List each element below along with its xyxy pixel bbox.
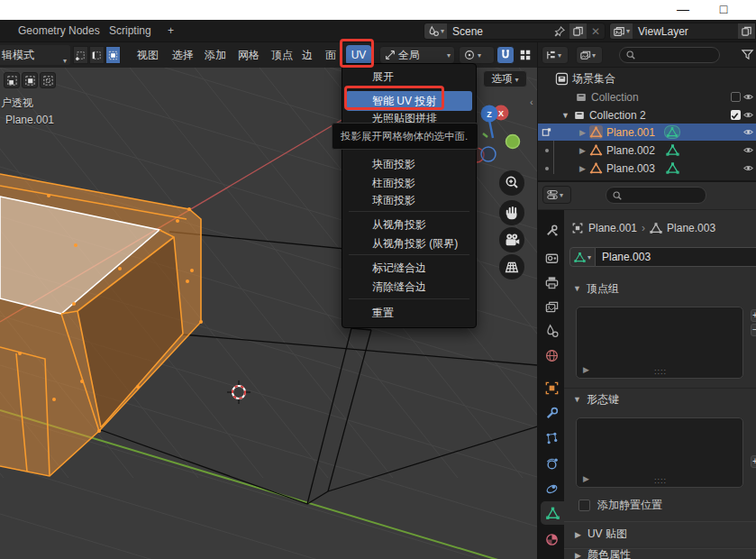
- scene-selector[interactable]: ▾ Scene ✕: [424, 23, 606, 40]
- snap-toggle-button[interactable]: [496, 46, 515, 64]
- pan-button[interactable]: [499, 200, 524, 225]
- viewlayer-name[interactable]: ViewLayer: [633, 25, 738, 38]
- viewlayer-icon-dropdown[interactable]: ▾: [610, 23, 633, 39]
- outliner-filter-dropdown[interactable]: ▾: [576, 46, 603, 64]
- menu-select[interactable]: 选择: [168, 42, 198, 68]
- menu-item-project-from-view[interactable]: 从视角投影: [342, 215, 476, 234]
- color-attributes-panel-header[interactable]: ▶ 颜色属性: [564, 548, 756, 559]
- outliner-display-mode-dropdown[interactable]: ▾: [542, 46, 569, 64]
- select-new-button[interactable]: [4, 72, 20, 88]
- tab-output[interactable]: [540, 270, 564, 294]
- zoom-button[interactable]: [499, 170, 524, 196]
- maximize-button[interactable]: □: [715, 2, 733, 16]
- transform-orientation-dropdown[interactable]: 全局 ▾: [379, 46, 455, 64]
- menu-face[interactable]: 面: [321, 42, 341, 68]
- tab-object[interactable]: [540, 376, 564, 399]
- shape-keys-panel-header[interactable]: ▼ 形态键: [564, 390, 756, 408]
- tab-tool[interactable]: [540, 218, 564, 242]
- menu-item-clear-seam[interactable]: 清除缝合边: [342, 278, 476, 297]
- mesh-data-icon[interactable]: [666, 143, 679, 157]
- add-shape-key-button[interactable]: +: [751, 455, 756, 468]
- tab-object-data[interactable]: [541, 501, 564, 525]
- outliner-search-input[interactable]: [619, 47, 720, 63]
- vertex-select-button[interactable]: [73, 46, 88, 64]
- toggle-grid-button[interactable]: [499, 254, 524, 280]
- pivot-point-dropdown[interactable]: ▾: [459, 46, 495, 64]
- eye-icon[interactable]: [742, 144, 754, 156]
- sidebar-collapse-arrow[interactable]: ‹: [530, 96, 533, 107]
- outliner-row-collection-2[interactable]: ▼ Collection 2: [538, 106, 756, 124]
- breadcrumb-data[interactable]: Plane.003: [667, 222, 715, 234]
- tab-material[interactable]: [540, 527, 564, 551]
- menu-uv[interactable]: UV: [346, 45, 371, 65]
- datablock-name-field[interactable]: Plane.003: [596, 247, 756, 267]
- eye-icon[interactable]: [742, 162, 754, 174]
- remove-vertex-group-button[interactable]: −: [751, 324, 756, 336]
- properties-search-input[interactable]: [606, 187, 706, 204]
- proportional-editing-button[interactable]: [516, 46, 534, 64]
- menu-item-cylinder-projection[interactable]: 柱面投影: [342, 174, 476, 193]
- face-select-button[interactable]: [105, 46, 121, 64]
- tab-world[interactable]: [540, 344, 564, 367]
- options-button[interactable]: 选项 ▾: [483, 70, 527, 87]
- tab-scene[interactable]: [540, 319, 564, 343]
- menu-item-reset[interactable]: 重置: [342, 304, 476, 323]
- vertex-groups-panel-header[interactable]: ▼ 顶点组: [564, 280, 756, 298]
- outliner-row-plane-003[interactable]: ▶ Plane.003: [538, 160, 756, 177]
- eye-icon[interactable]: [742, 126, 754, 138]
- expander-open-icon[interactable]: ▼: [561, 111, 569, 120]
- menu-item-smart-uv-project[interactable]: 智能 UV 投射: [342, 91, 476, 111]
- tab-view-layer[interactable]: [540, 295, 564, 318]
- expander-closed-icon[interactable]: ▶: [583, 365, 589, 374]
- add-vertex-group-button[interactable]: +: [751, 309, 756, 322]
- vertex-groups-list[interactable]: ▶ ::::: [576, 307, 743, 379]
- camera-view-button[interactable]: [499, 227, 524, 252]
- new-workspace-button[interactable]: +: [162, 20, 179, 42]
- outliner-row-scene-collection[interactable]: 场景集合: [538, 70, 756, 87]
- shape-keys-list[interactable]: ▶ ::::: [576, 417, 743, 488]
- mesh-data-icon[interactable]: [666, 161, 679, 175]
- mesh-data-icon[interactable]: [664, 125, 680, 139]
- tab-particles[interactable]: [540, 426, 564, 450]
- pin-icon[interactable]: [554, 25, 566, 37]
- tab-geometry-nodes[interactable]: Geometry Nodes: [13, 20, 105, 42]
- uv-maps-panel-header[interactable]: ▶ UV 贴图: [564, 521, 756, 546]
- tab-physics[interactable]: [540, 452, 564, 475]
- expander-closed-icon[interactable]: ▶: [583, 474, 589, 483]
- menu-add[interactable]: 添加: [200, 42, 231, 68]
- minimize-button[interactable]: —: [674, 2, 692, 16]
- gizmo-y-ball[interactable]: [506, 135, 520, 149]
- new-viewlayer-button[interactable]: [738, 23, 755, 39]
- resize-grip[interactable]: ::::: [654, 367, 667, 376]
- menu-mesh[interactable]: 网格: [233, 42, 264, 68]
- outliner-row-collection[interactable]: Collection: [538, 88, 756, 105]
- menu-item-cube-projection[interactable]: 块面投影: [342, 155, 476, 174]
- collection-checkbox[interactable]: [731, 92, 741, 102]
- menu-view[interactable]: 视图: [132, 42, 163, 68]
- menu-vertex[interactable]: 顶点: [267, 42, 297, 68]
- datablock-type-dropdown[interactable]: ▾: [569, 247, 596, 267]
- menu-item-project-from-view-bounds[interactable]: 从视角投影 (限界): [342, 234, 476, 253]
- viewlayer-selector[interactable]: ▾ ViewLayer: [609, 23, 756, 40]
- resize-grip[interactable]: ::::: [654, 476, 667, 485]
- eye-icon[interactable]: [742, 91, 754, 103]
- properties-display-dropdown[interactable]: ▾: [542, 186, 571, 204]
- scene-name[interactable]: Scene: [447, 25, 554, 38]
- outliner-row-plane-001[interactable]: ▶ Plane.001: [538, 124, 756, 141]
- collection-checkbox-checked[interactable]: [731, 110, 741, 120]
- select-subtract-button[interactable]: [40, 72, 56, 88]
- new-scene-button[interactable]: [569, 23, 587, 39]
- gizmo-negz-ball[interactable]: [481, 147, 496, 161]
- scene-icon-dropdown[interactable]: ▾: [424, 23, 447, 39]
- mode-dropdown[interactable]: 辑模式 ▾: [0, 45, 70, 65]
- expander-closed-icon[interactable]: ▶: [579, 146, 586, 155]
- outliner-row-plane-002[interactable]: ▶ Plane.002: [538, 142, 756, 159]
- outliner-filter-button[interactable]: [741, 48, 754, 64]
- menu-item-sphere-projection[interactable]: 球面投影: [342, 191, 476, 210]
- tab-scripting[interactable]: Scripting: [104, 20, 157, 42]
- unlink-scene-icon[interactable]: ✕: [587, 25, 605, 38]
- edge-select-button[interactable]: [89, 46, 105, 64]
- menu-item-mark-seam[interactable]: 标记缝合边: [342, 259, 476, 278]
- expander-closed-icon[interactable]: ▶: [579, 164, 586, 173]
- menu-edge[interactable]: 边: [297, 42, 317, 68]
